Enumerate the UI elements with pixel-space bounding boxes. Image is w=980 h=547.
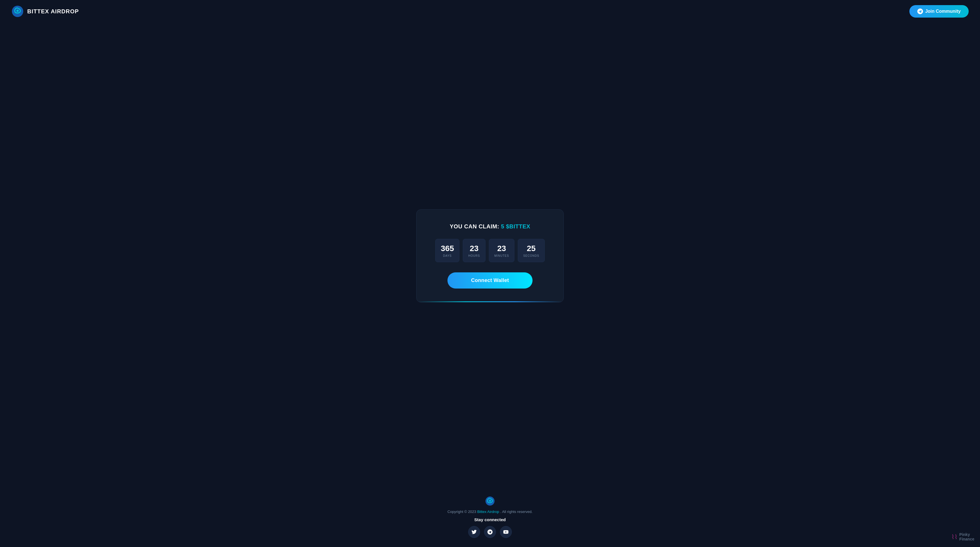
twitter-button[interactable] — [468, 526, 480, 538]
countdown-minutes: 23 MINUTES — [489, 239, 514, 262]
stay-connected-text: Stay connected — [6, 517, 974, 522]
watermark: ⌇⌇ Pinky Finance — [951, 533, 974, 541]
countdown-days: 365 DAYS — [435, 239, 460, 262]
telegram-icon — [917, 8, 923, 14]
telegram-social-button[interactable] — [484, 526, 496, 538]
social-icons — [6, 526, 974, 538]
countdown-hours: 23 HOURS — [463, 239, 485, 262]
watermark-text: Pinky Finance — [959, 533, 974, 541]
footer-logo-icon — [485, 496, 495, 506]
rights-text: . All rights reserved. — [500, 510, 533, 514]
watermark-line2: Finance — [959, 537, 974, 541]
hours-label: HOURS — [468, 254, 480, 257]
hours-value: 23 — [468, 244, 480, 254]
watermark-icon: ⌇⌇ — [951, 533, 958, 541]
join-community-button[interactable]: Join Community — [909, 5, 969, 18]
connect-wallet-label: Connect Wallet — [471, 277, 509, 283]
footer-logo — [6, 496, 974, 506]
airdrop-card: YOU CAN CLAIM: 5 $BITTEX 365 DAYS 23 HOU… — [416, 209, 564, 303]
minutes-label: MINUTES — [494, 254, 509, 257]
youtube-icon — [503, 529, 508, 534]
countdown-seconds: 25 SECONDS — [518, 239, 544, 262]
bittex-logo-icon — [11, 5, 24, 18]
join-community-label: Join Community — [925, 9, 961, 14]
claim-title: YOU CAN CLAIM: 5 $BITTEX — [434, 223, 546, 230]
bittex-link[interactable]: Bittex Airdrop — [477, 510, 499, 514]
copyright-text: Copyright © 2023 Bittex Airdrop . All ri… — [6, 510, 974, 514]
seconds-value: 25 — [523, 244, 539, 254]
watermark-line1: Pinky — [959, 533, 974, 537]
connect-wallet-button[interactable]: Connect Wallet — [447, 273, 533, 289]
days-label: DAYS — [441, 254, 454, 257]
twitter-icon — [472, 529, 477, 534]
youtube-button[interactable] — [500, 526, 512, 538]
svg-point-3 — [489, 500, 491, 502]
copyright-prefix: Copyright © 2023 — [447, 510, 476, 514]
claim-prefix: YOU CAN CLAIM: — [450, 223, 500, 230]
seconds-label: SECONDS — [523, 254, 539, 257]
logo-text: BITTEX AIRDROP — [27, 8, 79, 15]
claim-amount: 5 $BITTEX — [501, 223, 530, 230]
days-value: 365 — [441, 244, 454, 254]
main-content: YOU CAN CLAIM: 5 $BITTEX 365 DAYS 23 HOU… — [0, 23, 980, 489]
logo-area: BITTEX AIRDROP — [11, 5, 79, 18]
header: BITTEX AIRDROP Join Community — [0, 0, 980, 23]
minutes-value: 23 — [494, 244, 509, 254]
footer: Copyright © 2023 Bittex Airdrop . All ri… — [0, 489, 980, 547]
svg-point-1 — [16, 10, 19, 12]
telegram-social-icon — [487, 529, 493, 534]
countdown-timer: 365 DAYS 23 HOURS 23 MINUTES 25 SECONDS — [434, 239, 546, 262]
